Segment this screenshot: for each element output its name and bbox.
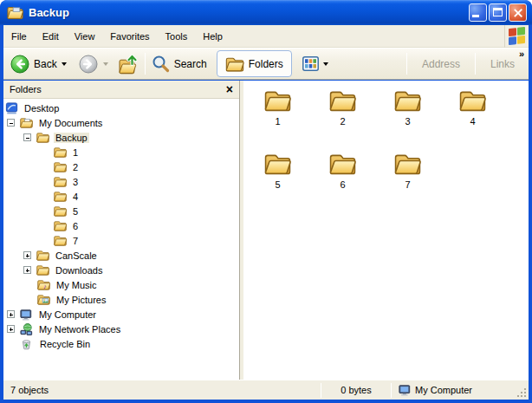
folder-icon [394, 153, 421, 175]
folders-label: Folders [249, 58, 283, 70]
folders-pane-header: Folders × [3, 81, 239, 99]
file-item-4[interactable]: 4 [440, 87, 505, 150]
tree-item-recycle-bin[interactable]: Recycle Bin [3, 336, 239, 351]
search-label: Search [174, 58, 207, 70]
toolbar: Back Search Folders Address Links [3, 48, 529, 80]
file-item-label: 6 [340, 179, 345, 190]
tree-item-5[interactable]: 5 [3, 204, 239, 218]
window-controls [469, 3, 527, 22]
back-button[interactable]: Back [10, 55, 69, 74]
my-music-icon: ♪ [37, 279, 51, 291]
tree-item-my-music[interactable]: ♪ My Music [3, 277, 239, 292]
file-item-5[interactable]: 5 [245, 150, 310, 213]
recycle-bin-icon [21, 338, 35, 350]
open-folder-icon [7, 5, 23, 20]
folders-icon [225, 56, 244, 72]
tree-item-my-computer[interactable]: My Computer [3, 307, 239, 322]
minimize-button[interactable] [469, 3, 487, 22]
folder-icon [459, 89, 486, 112]
resize-grip[interactable] [516, 387, 528, 399]
links-band-label: Links [482, 58, 523, 70]
forward-button[interactable] [79, 55, 111, 74]
toolbar-separator [406, 53, 407, 75]
file-item-label: 1 [275, 116, 280, 127]
tree-item-label: 1 [71, 147, 80, 158]
tree-item-label: Recycle Bin [38, 339, 92, 349]
menu-help[interactable]: Help [195, 29, 230, 43]
tree-item-1[interactable]: 1 [3, 145, 239, 159]
file-item-7[interactable]: 7 [375, 150, 440, 213]
tree-item-canscale[interactable]: CanScale [3, 248, 239, 263]
tree-item-7[interactable]: 7 [3, 233, 239, 248]
folder-icon [264, 153, 291, 175]
collapse-toggle-icon[interactable] [7, 119, 15, 127]
tree-item-my-network-places[interactable]: My Network Places [3, 322, 239, 336]
collapse-toggle-icon[interactable] [23, 133, 31, 141]
my-pictures-icon [37, 294, 51, 306]
folders-pane-title: Folders [10, 84, 226, 94]
tree-item-label: 2 [71, 162, 80, 172]
my-documents-icon [20, 117, 34, 129]
views-button[interactable] [302, 56, 331, 71]
forward-dropdown-icon [103, 62, 108, 66]
close-button[interactable] [509, 3, 527, 22]
menu-view[interactable]: View [67, 29, 103, 43]
my-network-places-icon [20, 323, 34, 335]
tree-item-my-documents[interactable]: My Documents [3, 115, 239, 130]
toolbar-overflow-chevron[interactable]: » [519, 49, 524, 59]
tree-item-label: My Network Places [37, 324, 122, 335]
file-item-3[interactable]: 3 [375, 87, 440, 150]
folder-icon [36, 264, 50, 276]
toolbar-separator [145, 53, 146, 75]
status-size: 0 bytes [321, 385, 391, 395]
views-dropdown-icon[interactable] [323, 62, 328, 66]
tree-item-label: My Music [55, 280, 98, 290]
search-button[interactable]: Search [152, 55, 209, 73]
menu-tools[interactable]: Tools [158, 29, 196, 43]
tree-item-my-pictures[interactable]: My Pictures [3, 292, 239, 307]
folder-icon [54, 220, 68, 232]
tree-item-3[interactable]: 3 [3, 174, 239, 189]
back-label: Back [34, 58, 57, 70]
expand-toggle-icon[interactable] [7, 310, 15, 318]
tree-item-label: Backup [54, 133, 89, 143]
folder-icon [54, 191, 68, 203]
tree-item-label: 6 [71, 221, 80, 231]
tree-item-6[interactable]: 6 [3, 218, 239, 233]
folder-icon [54, 176, 68, 188]
file-item-label: 2 [340, 116, 345, 127]
expand-toggle-icon[interactable] [7, 325, 15, 333]
my-computer-icon [399, 384, 411, 397]
expand-toggle-icon[interactable] [23, 251, 31, 259]
menu-edit[interactable]: Edit [35, 29, 67, 43]
tree-item-4[interactable]: 4 [3, 189, 239, 204]
folder-icon [36, 250, 50, 262]
tree-item-label: 3 [71, 177, 80, 187]
file-item-1[interactable]: 1 [245, 87, 310, 150]
close-pane-icon[interactable]: × [226, 85, 233, 94]
tree-item-backup[interactable]: Backup [3, 130, 239, 145]
expand-toggle-icon[interactable] [23, 266, 31, 274]
menu-favorites[interactable]: Favorites [102, 29, 157, 43]
forward-icon [79, 55, 98, 74]
tree-item-label: 7 [71, 236, 80, 246]
file-item-6[interactable]: 6 [310, 150, 375, 213]
tree-item-downloads[interactable]: Downloads [3, 263, 239, 277]
file-item-label: 7 [405, 179, 410, 190]
back-dropdown-icon[interactable] [62, 62, 67, 66]
maximize-button[interactable] [489, 3, 507, 22]
tree-item-2[interactable]: 2 [3, 159, 239, 174]
tree-item-desktop[interactable]: Desktop [3, 101, 239, 115]
folder-icon [36, 132, 50, 144]
folders-toggle-button[interactable]: Folders [217, 50, 292, 77]
status-object-count: 7 objects [3, 385, 321, 395]
up-button[interactable] [118, 54, 139, 75]
file-item-2[interactable]: 2 [310, 87, 375, 150]
titlebar[interactable]: Backup [0, 0, 532, 25]
search-icon [152, 55, 170, 73]
folder-icon [394, 89, 421, 112]
menu-file[interactable]: File [3, 29, 35, 43]
file-list-pane[interactable]: 1 2 3 4 5 [243, 81, 529, 380]
address-band-label: Address [413, 58, 469, 70]
tree-item-label: My Pictures [55, 295, 107, 305]
